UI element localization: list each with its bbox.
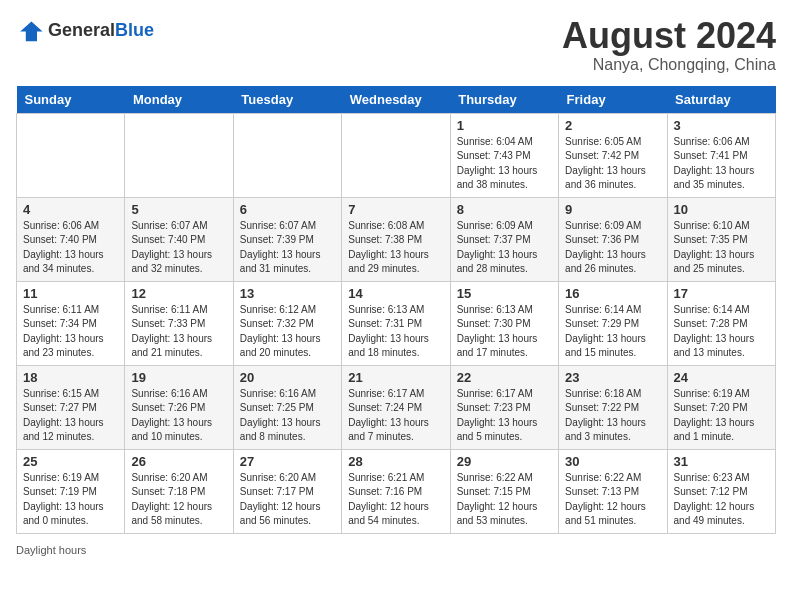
day-number: 10 — [674, 202, 769, 217]
calendar-cell — [342, 113, 450, 197]
day-number: 9 — [565, 202, 660, 217]
day-info: Sunrise: 6:19 AM Sunset: 7:19 PM Dayligh… — [23, 471, 118, 529]
calendar-cell: 5Sunrise: 6:07 AM Sunset: 7:40 PM Daylig… — [125, 197, 233, 281]
day-number: 30 — [565, 454, 660, 469]
daylight-label: Daylight hours — [16, 544, 86, 556]
weekday-header-friday: Friday — [559, 86, 667, 114]
calendar-cell: 27Sunrise: 6:20 AM Sunset: 7:17 PM Dayli… — [233, 449, 341, 533]
day-info: Sunrise: 6:10 AM Sunset: 7:35 PM Dayligh… — [674, 219, 769, 277]
weekday-header-thursday: Thursday — [450, 86, 558, 114]
day-number: 15 — [457, 286, 552, 301]
calendar-cell: 20Sunrise: 6:16 AM Sunset: 7:25 PM Dayli… — [233, 365, 341, 449]
day-info: Sunrise: 6:16 AM Sunset: 7:25 PM Dayligh… — [240, 387, 335, 445]
day-info: Sunrise: 6:07 AM Sunset: 7:39 PM Dayligh… — [240, 219, 335, 277]
day-info: Sunrise: 6:20 AM Sunset: 7:17 PM Dayligh… — [240, 471, 335, 529]
day-info: Sunrise: 6:22 AM Sunset: 7:15 PM Dayligh… — [457, 471, 552, 529]
day-info: Sunrise: 6:13 AM Sunset: 7:31 PM Dayligh… — [348, 303, 443, 361]
day-info: Sunrise: 6:14 AM Sunset: 7:29 PM Dayligh… — [565, 303, 660, 361]
month-year-title: August 2024 — [562, 16, 776, 56]
calendar-cell: 11Sunrise: 6:11 AM Sunset: 7:34 PM Dayli… — [17, 281, 125, 365]
calendar-cell — [125, 113, 233, 197]
day-number: 18 — [23, 370, 118, 385]
day-info: Sunrise: 6:22 AM Sunset: 7:13 PM Dayligh… — [565, 471, 660, 529]
day-number: 1 — [457, 118, 552, 133]
location-subtitle: Nanya, Chongqing, China — [562, 56, 776, 74]
day-number: 16 — [565, 286, 660, 301]
calendar-cell: 7Sunrise: 6:08 AM Sunset: 7:38 PM Daylig… — [342, 197, 450, 281]
calendar-cell: 15Sunrise: 6:13 AM Sunset: 7:30 PM Dayli… — [450, 281, 558, 365]
day-info: Sunrise: 6:11 AM Sunset: 7:34 PM Dayligh… — [23, 303, 118, 361]
weekday-header-saturday: Saturday — [667, 86, 775, 114]
day-info: Sunrise: 6:14 AM Sunset: 7:28 PM Dayligh… — [674, 303, 769, 361]
calendar-cell: 21Sunrise: 6:17 AM Sunset: 7:24 PM Dayli… — [342, 365, 450, 449]
day-info: Sunrise: 6:17 AM Sunset: 7:23 PM Dayligh… — [457, 387, 552, 445]
calendar-week-row: 1Sunrise: 6:04 AM Sunset: 7:43 PM Daylig… — [17, 113, 776, 197]
day-number: 22 — [457, 370, 552, 385]
calendar-cell: 22Sunrise: 6:17 AM Sunset: 7:23 PM Dayli… — [450, 365, 558, 449]
calendar-cell: 25Sunrise: 6:19 AM Sunset: 7:19 PM Dayli… — [17, 449, 125, 533]
calendar-cell: 24Sunrise: 6:19 AM Sunset: 7:20 PM Dayli… — [667, 365, 775, 449]
day-info: Sunrise: 6:06 AM Sunset: 7:41 PM Dayligh… — [674, 135, 769, 193]
calendar-cell: 1Sunrise: 6:04 AM Sunset: 7:43 PM Daylig… — [450, 113, 558, 197]
day-info: Sunrise: 6:16 AM Sunset: 7:26 PM Dayligh… — [131, 387, 226, 445]
day-number: 23 — [565, 370, 660, 385]
calendar-cell: 31Sunrise: 6:23 AM Sunset: 7:12 PM Dayli… — [667, 449, 775, 533]
day-number: 25 — [23, 454, 118, 469]
calendar-week-row: 25Sunrise: 6:19 AM Sunset: 7:19 PM Dayli… — [17, 449, 776, 533]
calendar-cell: 12Sunrise: 6:11 AM Sunset: 7:33 PM Dayli… — [125, 281, 233, 365]
day-info: Sunrise: 6:08 AM Sunset: 7:38 PM Dayligh… — [348, 219, 443, 277]
day-info: Sunrise: 6:05 AM Sunset: 7:42 PM Dayligh… — [565, 135, 660, 193]
day-info: Sunrise: 6:18 AM Sunset: 7:22 PM Dayligh… — [565, 387, 660, 445]
logo-blue-text: Blue — [115, 20, 154, 40]
day-number: 17 — [674, 286, 769, 301]
day-number: 12 — [131, 286, 226, 301]
calendar-cell: 8Sunrise: 6:09 AM Sunset: 7:37 PM Daylig… — [450, 197, 558, 281]
day-info: Sunrise: 6:23 AM Sunset: 7:12 PM Dayligh… — [674, 471, 769, 529]
calendar-cell: 28Sunrise: 6:21 AM Sunset: 7:16 PM Dayli… — [342, 449, 450, 533]
weekday-header-monday: Monday — [125, 86, 233, 114]
day-info: Sunrise: 6:11 AM Sunset: 7:33 PM Dayligh… — [131, 303, 226, 361]
calendar-cell: 26Sunrise: 6:20 AM Sunset: 7:18 PM Dayli… — [125, 449, 233, 533]
day-info: Sunrise: 6:17 AM Sunset: 7:24 PM Dayligh… — [348, 387, 443, 445]
day-number: 5 — [131, 202, 226, 217]
day-info: Sunrise: 6:12 AM Sunset: 7:32 PM Dayligh… — [240, 303, 335, 361]
day-number: 28 — [348, 454, 443, 469]
calendar-cell: 23Sunrise: 6:18 AM Sunset: 7:22 PM Dayli… — [559, 365, 667, 449]
calendar-cell: 4Sunrise: 6:06 AM Sunset: 7:40 PM Daylig… — [17, 197, 125, 281]
day-number: 2 — [565, 118, 660, 133]
title-block: August 2024 Nanya, Chongqing, China — [562, 16, 776, 74]
logo-general-text: General — [48, 20, 115, 40]
day-info: Sunrise: 6:21 AM Sunset: 7:16 PM Dayligh… — [348, 471, 443, 529]
day-number: 6 — [240, 202, 335, 217]
calendar-cell — [17, 113, 125, 197]
day-number: 11 — [23, 286, 118, 301]
calendar-cell: 18Sunrise: 6:15 AM Sunset: 7:27 PM Dayli… — [17, 365, 125, 449]
day-info: Sunrise: 6:09 AM Sunset: 7:36 PM Dayligh… — [565, 219, 660, 277]
day-info: Sunrise: 6:19 AM Sunset: 7:20 PM Dayligh… — [674, 387, 769, 445]
day-number: 13 — [240, 286, 335, 301]
calendar-cell: 29Sunrise: 6:22 AM Sunset: 7:15 PM Dayli… — [450, 449, 558, 533]
day-number: 19 — [131, 370, 226, 385]
weekday-header-tuesday: Tuesday — [233, 86, 341, 114]
calendar-cell: 3Sunrise: 6:06 AM Sunset: 7:41 PM Daylig… — [667, 113, 775, 197]
calendar-cell: 16Sunrise: 6:14 AM Sunset: 7:29 PM Dayli… — [559, 281, 667, 365]
day-number: 20 — [240, 370, 335, 385]
day-info: Sunrise: 6:06 AM Sunset: 7:40 PM Dayligh… — [23, 219, 118, 277]
weekday-header-sunday: Sunday — [17, 86, 125, 114]
calendar-cell — [233, 113, 341, 197]
day-number: 21 — [348, 370, 443, 385]
day-info: Sunrise: 6:20 AM Sunset: 7:18 PM Dayligh… — [131, 471, 226, 529]
calendar-cell: 30Sunrise: 6:22 AM Sunset: 7:13 PM Dayli… — [559, 449, 667, 533]
calendar-cell: 14Sunrise: 6:13 AM Sunset: 7:31 PM Dayli… — [342, 281, 450, 365]
calendar-week-row: 18Sunrise: 6:15 AM Sunset: 7:27 PM Dayli… — [17, 365, 776, 449]
day-number: 4 — [23, 202, 118, 217]
day-number: 7 — [348, 202, 443, 217]
calendar-week-row: 11Sunrise: 6:11 AM Sunset: 7:34 PM Dayli… — [17, 281, 776, 365]
day-number: 26 — [131, 454, 226, 469]
page-header: GeneralBlue August 2024 Nanya, Chongqing… — [16, 16, 776, 74]
logo: GeneralBlue — [16, 16, 154, 44]
day-number: 8 — [457, 202, 552, 217]
day-number: 31 — [674, 454, 769, 469]
day-info: Sunrise: 6:07 AM Sunset: 7:40 PM Dayligh… — [131, 219, 226, 277]
logo-icon — [16, 16, 44, 44]
